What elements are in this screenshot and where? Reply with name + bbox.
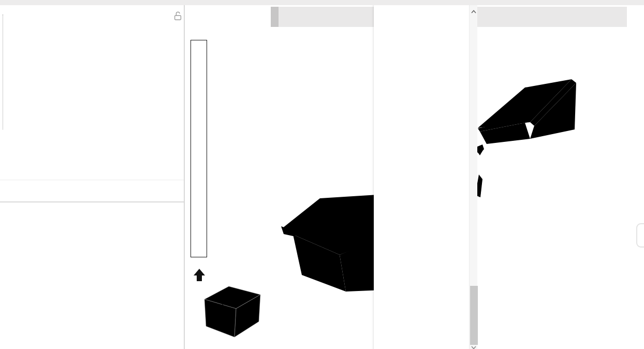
lock-icon[interactable] <box>174 10 182 21</box>
parts-tree <box>0 5 184 180</box>
right-edge-button[interactable] <box>636 223 644 248</box>
legend-colorbar[interactable] <box>191 40 207 257</box>
axis-triad[interactable] <box>204 286 260 337</box>
tree-connector-line <box>3 14 3 129</box>
scrollbar-thumb[interactable] <box>470 286 478 345</box>
search-input[interactable] <box>0 186 155 195</box>
toolbar-drag-handle[interactable] <box>271 7 279 27</box>
window-top-strip <box>0 0 644 5</box>
sidebar-lower-panel <box>0 203 184 349</box>
pressure-legend <box>191 14 258 273</box>
right-house-model <box>478 79 576 144</box>
search-bar <box>0 180 184 202</box>
scroll-up-icon[interactable] <box>471 10 477 14</box>
sidebar-panel <box>0 5 184 349</box>
time-step-dropdown <box>374 0 469 349</box>
dropdown-scrollbar[interactable] <box>469 5 477 349</box>
sidebar-splitter[interactable] <box>184 5 185 349</box>
scroll-down-icon[interactable] <box>471 346 477 349</box>
